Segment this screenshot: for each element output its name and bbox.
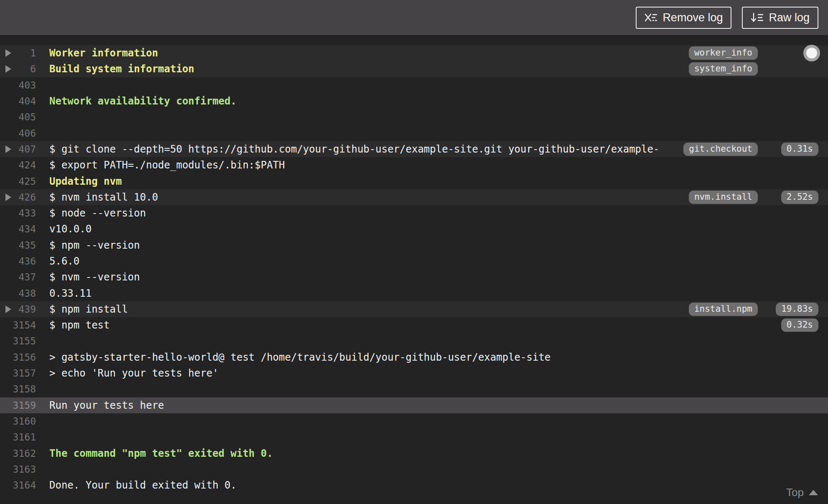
line-number[interactable]: 403 (13, 80, 36, 91)
log-text: > echo 'Run your tests here' (49, 367, 219, 379)
line-number[interactable]: 437 (13, 272, 36, 283)
log-row[interactable]: 407$ git clone --depth=50 https://github… (0, 141, 828, 157)
log-text: $ node --version (49, 207, 146, 219)
log-row: 437$ nvm --version (0, 269, 828, 285)
log-text: Build system information (49, 63, 194, 75)
line-number[interactable]: 3161 (13, 432, 36, 443)
line-number[interactable]: 439 (13, 304, 36, 315)
fold-arrow-icon[interactable] (5, 65, 11, 73)
remove-log-button[interactable]: Remove log (636, 7, 731, 29)
log-row: 3156> gatsby-starter-hello-world@ test /… (0, 349, 828, 365)
line-number[interactable]: 425 (13, 176, 36, 187)
log-toolbar: Remove log Raw log (0, 0, 828, 35)
fold-tag-badge: system_info (689, 62, 758, 76)
log-row: 3155 (0, 333, 828, 349)
log-row: 3157> echo 'Run your tests here' (0, 365, 828, 381)
build-log-screen: Remove log Raw log 1Worker informationwo… (0, 0, 828, 504)
fold-tag-badge: git.checkout (683, 143, 758, 156)
log-row: 3162The command "npm test" exited with 0… (0, 445, 828, 461)
fold-tag-badge: nvm.install (689, 191, 758, 204)
fold-arrow-icon[interactable] (5, 145, 11, 153)
log-text: The command "npm test" exited with 0. (49, 448, 273, 459)
raw-log-icon (751, 12, 763, 23)
line-number[interactable]: 3164 (13, 480, 36, 491)
log-text: v10.0.0 (49, 223, 92, 235)
line-number[interactable]: 3162 (13, 448, 36, 459)
log-text: Worker information (49, 47, 158, 59)
log-text: Run your tests here (49, 400, 164, 411)
log-row: 3158 (0, 381, 828, 397)
log-row: 404Network availability confirmed. (0, 93, 828, 109)
caret-up-icon (809, 490, 818, 495)
log-text: $ npm --version (49, 239, 140, 251)
log-row: 403 (0, 77, 828, 93)
log-text: $ git clone --depth=50 https://github.co… (49, 143, 659, 155)
log-row: 435$ npm --version (0, 237, 828, 253)
line-number[interactable]: 6 (13, 64, 36, 74)
line-number[interactable]: 426 (13, 192, 36, 203)
fold-tag-badge: worker_info (689, 46, 758, 60)
line-number[interactable]: 3157 (13, 368, 36, 379)
fold-arrow-icon[interactable] (5, 49, 11, 57)
duration-badge: 0.32s (781, 318, 818, 332)
line-number[interactable]: 434 (13, 224, 36, 234)
log-text: 5.6.0 (49, 255, 79, 267)
line-number[interactable]: 1 (13, 48, 36, 59)
log-row: 3159Run your tests here (0, 397, 828, 413)
log-row: 434v10.0.0 (0, 221, 828, 237)
line-number[interactable]: 436 (13, 256, 36, 267)
log-pane: 1Worker informationworker_info6Build sys… (0, 35, 828, 504)
line-number[interactable]: 424 (13, 160, 36, 171)
log-text: $ export PATH=./node_modules/.bin:$PATH (49, 159, 285, 171)
duration-badge: 0.31s (781, 143, 818, 156)
line-number[interactable]: 404 (13, 96, 36, 107)
scroll-to-top-link[interactable]: Top (786, 486, 818, 499)
line-number[interactable]: 3158 (13, 384, 36, 395)
remove-log-label: Remove log (662, 11, 723, 24)
log-text: > gatsby-starter-hello-world@ test /home… (49, 351, 550, 363)
log-text: $ npm test (49, 319, 110, 331)
fold-tag-badge: install.npm (689, 303, 758, 316)
log-row: 3154$ npm test0.32s (0, 317, 828, 333)
log-row: 406 (0, 125, 828, 141)
log-text: $ nvm --version (49, 271, 140, 283)
log-text: 0.33.11 (49, 288, 92, 299)
remove-log-icon (645, 12, 657, 23)
line-number[interactable]: 433 (13, 208, 36, 219)
line-number[interactable]: 406 (13, 128, 36, 139)
line-number[interactable]: 3163 (13, 464, 36, 475)
log-text: Network availability confirmed. (49, 95, 237, 107)
fold-arrow-icon[interactable] (5, 305, 11, 313)
line-number[interactable]: 3154 (13, 320, 36, 331)
scrollbar-thumb[interactable] (803, 45, 820, 61)
log-row[interactable]: 426$ nvm install 10.0nvm.install2.52s (0, 189, 828, 205)
log-row: 433$ node --version (0, 205, 828, 221)
line-number[interactable]: 405 (13, 112, 36, 122)
duration-badge: 2.52s (781, 191, 818, 204)
log-row: 3160 (0, 413, 828, 429)
log-row: 425Updating nvm (0, 173, 828, 189)
log-rows: 1Worker informationworker_info6Build sys… (0, 35, 828, 493)
log-text: Done. Your build exited with 0. (49, 479, 237, 491)
log-row[interactable]: 6Build system informationsystem_info (0, 61, 828, 77)
log-text: $ nvm install 10.0 (49, 191, 158, 203)
line-number[interactable]: 407 (13, 144, 36, 155)
top-link-label: Top (786, 486, 804, 499)
line-number[interactable]: 3155 (13, 336, 36, 346)
raw-log-button[interactable]: Raw log (742, 7, 818, 29)
log-row: 3163 (0, 461, 828, 477)
log-row: 3161 (0, 429, 828, 445)
log-row[interactable]: 439$ npm installinstall.npm19.83s (0, 301, 828, 317)
log-row: 4365.6.0 (0, 253, 828, 269)
log-row[interactable]: 1Worker informationworker_info (0, 45, 828, 61)
line-number[interactable]: 3159 (13, 400, 36, 411)
line-number[interactable]: 435 (13, 240, 36, 251)
line-number[interactable]: 3160 (13, 416, 36, 427)
line-number[interactable]: 3156 (13, 352, 36, 363)
log-row: 4380.33.11 (0, 285, 828, 301)
raw-log-label: Raw log (769, 11, 810, 24)
log-row: 405 (0, 109, 828, 125)
fold-arrow-icon[interactable] (5, 193, 11, 201)
line-number[interactable]: 438 (13, 288, 36, 299)
log-row: 424$ export PATH=./node_modules/.bin:$PA… (0, 157, 828, 173)
